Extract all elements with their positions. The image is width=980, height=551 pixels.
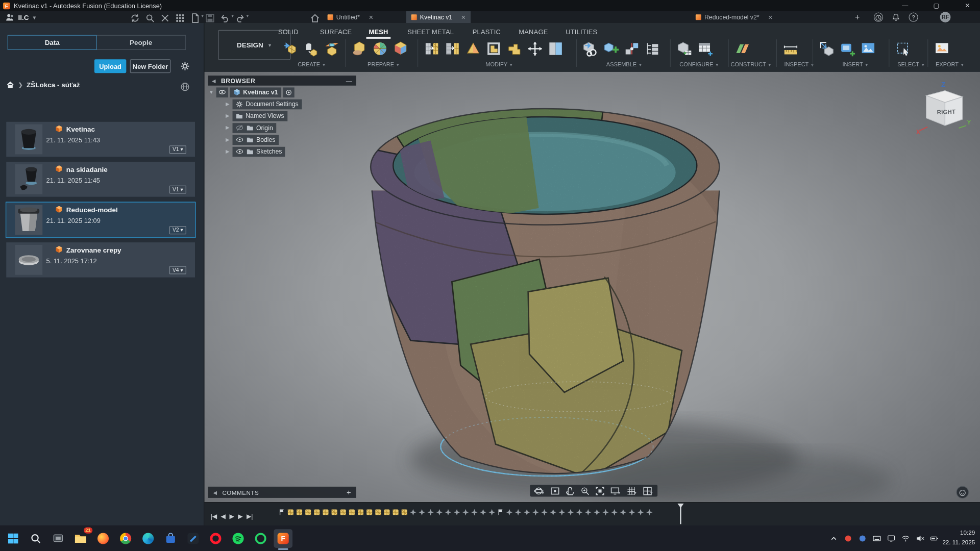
- caret-down-icon[interactable]: ▼: [208, 89, 214, 95]
- pan-icon[interactable]: [565, 485, 575, 496]
- data-item-0[interactable]: Kvetinac 21. 11. 2025 11:43 V1 ▾: [6, 122, 195, 157]
- maximize-button[interactable]: ▢: [925, 0, 947, 11]
- sphere-groups-icon[interactable]: [372, 41, 388, 57]
- new-tab-button[interactable]: +: [855, 12, 860, 21]
- eye-icon[interactable]: [236, 136, 244, 144]
- group-label-prepare[interactable]: PREPARE ▼: [368, 61, 400, 67]
- viewports-icon[interactable]: ▼: [643, 485, 654, 496]
- group-label-insert[interactable]: INSERT ▼: [843, 61, 869, 67]
- timeline-star-feature[interactable]: [567, 509, 575, 516]
- data-item-2[interactable]: Reduced-model 21. 11. 2025 12:09 V2 ▾: [6, 203, 195, 238]
- close-icon[interactable]: [160, 12, 170, 22]
- browser-node-bodies[interactable]: ▶ Bodies: [225, 134, 356, 145]
- joint-icon[interactable]: [624, 41, 640, 57]
- group-label-construct[interactable]: CONSTRUCT ▼: [731, 61, 772, 67]
- close-tab-icon[interactable]: ✕: [461, 14, 465, 20]
- view-cube[interactable]: Z RIGHT X Y: [915, 77, 971, 139]
- merge-bodies-icon[interactable]: [506, 41, 523, 57]
- comments-bar[interactable]: ◀ COMMENTS +: [208, 487, 356, 498]
- item-version-badge[interactable]: V2 ▾: [169, 226, 186, 234]
- play-button[interactable]: ▶: [229, 513, 234, 519]
- tray-teams-icon[interactable]: [858, 533, 867, 544]
- eye-off-icon[interactable]: [236, 123, 244, 132]
- skip-start-button[interactable]: |◀: [211, 513, 217, 519]
- timeline-flag-feature[interactable]: [497, 509, 504, 516]
- taskbar-clock[interactable]: 10:29 22. 11. 2025: [942, 528, 975, 547]
- taskbar-explorer[interactable]: 21: [71, 529, 90, 548]
- timeline-star-feature[interactable]: [549, 509, 557, 516]
- tray-record-icon[interactable]: [844, 533, 852, 544]
- taskbar-search[interactable]: [26, 529, 45, 548]
- home-tab-button[interactable]: [310, 12, 321, 22]
- timeline-mesh-feature[interactable]: [304, 509, 312, 516]
- taskbar-opera[interactable]: [206, 529, 225, 548]
- taskbar-whatsapp[interactable]: [251, 529, 270, 548]
- timeline-star-feature[interactable]: [409, 509, 417, 516]
- insert-obj-icon[interactable]: [819, 41, 835, 57]
- remesh-icon[interactable]: [424, 41, 440, 57]
- taskbar-code[interactable]: [184, 529, 203, 548]
- timeline-star-feature[interactable]: [514, 509, 522, 516]
- taskbar-fusion[interactable]: F: [274, 529, 292, 548]
- item-version-badge[interactable]: V1 ▾: [169, 186, 186, 194]
- app-grid-icon[interactable]: [175, 12, 186, 22]
- group-label-export[interactable]: EXPORT ▼: [936, 61, 964, 67]
- reduce-icon[interactable]: [445, 41, 461, 57]
- globe-icon[interactable]: [180, 82, 190, 92]
- ribbon-tab-sheet-metal[interactable]: SHEET METAL: [407, 28, 454, 36]
- insert-mesh-icon[interactable]: [282, 41, 299, 57]
- timeline-star-feature[interactable]: [558, 509, 566, 516]
- timeline-star-feature[interactable]: [471, 509, 478, 516]
- close-button[interactable]: ✕: [957, 0, 978, 11]
- new-folder-button[interactable]: New Folder: [130, 59, 171, 73]
- notifications-icon[interactable]: [891, 12, 900, 21]
- timeline-star-feature[interactable]: [462, 509, 470, 516]
- doc-tab-1[interactable]: Kvetinac v1 ✕: [406, 11, 471, 23]
- tray-wifi-icon[interactable]: [901, 533, 910, 544]
- tree-icon[interactable]: [644, 41, 660, 57]
- home-icon[interactable]: [6, 81, 14, 89]
- item-version-badge[interactable]: V4 ▾: [169, 266, 186, 274]
- canvas-corner-button[interactable]: [956, 486, 968, 498]
- group-label-configure[interactable]: CONFIGURE ▼: [679, 61, 719, 67]
- close-tab-icon[interactable]: ✕: [768, 14, 773, 20]
- tray-display-icon[interactable]: [887, 533, 896, 544]
- timeline-star-feature[interactable]: [445, 509, 452, 516]
- decal-icon[interactable]: [839, 41, 855, 57]
- team-switcher[interactable]: II.C ▼: [5, 12, 37, 22]
- timeline-mesh-feature[interactable]: [313, 509, 321, 516]
- collapse-icon[interactable]: ◀: [212, 78, 216, 83]
- tab-data[interactable]: Data: [8, 35, 97, 50]
- timeline-mesh-feature[interactable]: [322, 509, 330, 516]
- job-status-icon[interactable]: [874, 12, 883, 21]
- caret-right-icon[interactable]: ▶: [225, 113, 231, 119]
- tray-volume-muted-icon[interactable]: [916, 533, 924, 544]
- group-label-select[interactable]: SELECT ▼: [897, 61, 925, 67]
- step-forward-button[interactable]: ▶: [238, 513, 242, 519]
- caret-right-icon[interactable]: ▶: [225, 125, 231, 131]
- ribbon-tab-utilities[interactable]: UTILITIES: [566, 28, 597, 36]
- orbit-icon[interactable]: ▼: [534, 485, 545, 496]
- timeline-star-feature[interactable]: [593, 509, 601, 516]
- data-item-3[interactable]: Zarovnane crepy 5. 11. 2025 17:12 V4 ▾: [6, 242, 195, 278]
- timeline-playhead[interactable]: [680, 504, 681, 524]
- browser-node-document-settings[interactable]: ▶ Document Settings: [225, 98, 356, 109]
- caret-right-icon[interactable]: ▶: [225, 101, 231, 107]
- timeline-star-feature[interactable]: [646, 509, 653, 516]
- tab-people[interactable]: People: [97, 35, 186, 50]
- timeline-star-feature[interactable]: [453, 509, 461, 516]
- ribbon-tab-mesh[interactable]: MESH: [369, 28, 388, 36]
- measure-icon[interactable]: [782, 41, 799, 57]
- timeline-star-feature[interactable]: [523, 509, 531, 516]
- timeline-mesh-feature[interactable]: [365, 509, 373, 516]
- timeline-star-feature[interactable]: [584, 509, 592, 516]
- config-cube-icon[interactable]: [676, 41, 693, 57]
- caret-right-icon[interactable]: ▶: [225, 137, 231, 142]
- search-icon[interactable]: [145, 12, 156, 22]
- browser-node-sketches[interactable]: ▶ Sketches: [225, 146, 356, 157]
- timeline-star-feature[interactable]: [637, 509, 645, 516]
- taskbar-spotify[interactable]: [229, 529, 248, 548]
- visibility-eye-icon[interactable]: [216, 87, 228, 97]
- paint-mesh-icon[interactable]: [393, 41, 409, 57]
- derive-icon[interactable]: [582, 41, 599, 57]
